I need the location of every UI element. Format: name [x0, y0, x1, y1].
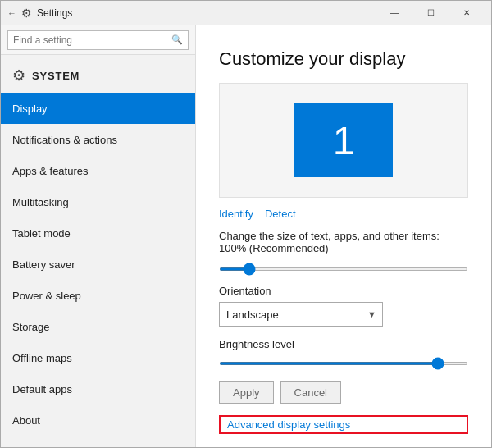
nav-item-display[interactable]: Display	[1, 93, 195, 124]
advanced-display-link[interactable]: Advanced display settings	[227, 418, 350, 431]
search-bar-row: 🔍	[1, 25, 195, 55]
brightness-slider-container	[219, 355, 468, 368]
identify-link[interactable]: Identify	[219, 208, 253, 220]
nav-item-notifications[interactable]: Notifications & actions	[1, 124, 195, 155]
apply-button[interactable]: Apply	[219, 381, 274, 404]
nav-item-default[interactable]: Default apps	[1, 373, 195, 405]
nav-item-storage[interactable]: Storage	[1, 311, 195, 342]
navigation-list: Display Notifications & actions Apps & f…	[1, 93, 195, 447]
nav-item-apps[interactable]: Apps & features	[1, 155, 195, 186]
minimize-button[interactable]: —	[376, 1, 412, 25]
title-bar: ← ⚙ Settings — ☐ ✕	[1, 1, 491, 25]
cancel-button[interactable]: Cancel	[280, 381, 341, 404]
orientation-select[interactable]: Landscape Portrait Landscape (flipped) P…	[219, 302, 383, 327]
orientation-label: Orientation	[219, 285, 468, 297]
advanced-link-wrapper: Advanced display settings	[219, 415, 468, 434]
close-button[interactable]: ✕	[449, 1, 485, 25]
monitor-number: 1	[333, 118, 355, 163]
window-controls: — ☐ ✕	[376, 1, 485, 25]
scale-slider-container	[219, 261, 468, 273]
body-area: 🔍 ⚙ SYSTEM Display Notifications & actio…	[1, 25, 491, 447]
nav-item-about[interactable]: About	[1, 405, 195, 436]
monitor-box: 1	[294, 103, 393, 177]
nav-item-battery[interactable]: Battery saver	[1, 249, 195, 280]
search-input[interactable]	[13, 34, 171, 46]
detect-link[interactable]: Detect	[265, 208, 296, 220]
identify-detect-row: Identify Detect	[219, 208, 468, 220]
search-icon: 🔍	[171, 34, 183, 45]
search-box[interactable]: 🔍	[7, 30, 189, 50]
system-icon: ⚙	[12, 66, 25, 85]
sidebar: 🔍 ⚙ SYSTEM Display Notifications & actio…	[1, 25, 196, 447]
brightness-label: Brightness level	[219, 338, 468, 350]
nav-item-tablet[interactable]: Tablet mode	[1, 217, 195, 249]
nav-item-power[interactable]: Power & sleep	[1, 280, 195, 311]
settings-gear-icon: ⚙	[21, 7, 32, 20]
scale-slider[interactable]	[219, 267, 468, 271]
window-title: Settings	[37, 7, 72, 19]
scale-label: Change the size of text, apps, and other…	[219, 230, 468, 254]
back-arrow-icon[interactable]: ←	[7, 8, 16, 18]
system-header: ⚙ SYSTEM	[1, 55, 195, 93]
nav-item-offline[interactable]: Offline maps	[1, 342, 195, 373]
action-buttons: Apply Cancel	[219, 381, 468, 404]
maximize-button[interactable]: ☐	[412, 1, 449, 25]
orientation-dropdown-wrapper: Landscape Portrait Landscape (flipped) P…	[219, 302, 383, 327]
settings-window: ← ⚙ Settings — ☐ ✕ 🔍 ⚙ SYSTEM	[0, 0, 492, 448]
nav-item-multitasking[interactable]: Multitasking	[1, 186, 195, 217]
content-panel: Customize your display 1 Identify Detect…	[196, 25, 491, 447]
monitor-preview: 1	[219, 83, 468, 198]
brightness-slider[interactable]	[219, 362, 468, 365]
page-title: Customize your display	[219, 48, 468, 70]
system-label: SYSTEM	[32, 70, 80, 82]
title-bar-left: ← ⚙ Settings	[7, 7, 376, 20]
